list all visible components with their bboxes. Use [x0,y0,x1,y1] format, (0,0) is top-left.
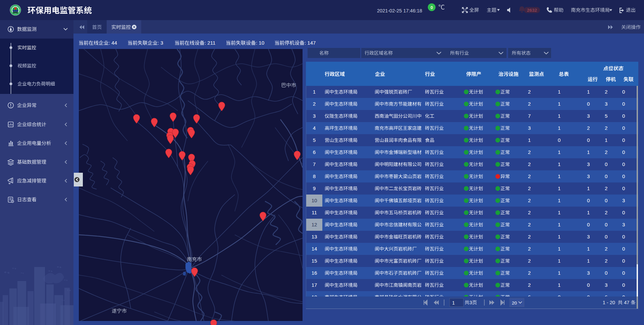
svg-text:1: 1 [558,149,560,155]
svg-text:0: 0 [622,258,625,264]
svg-text:6: 6 [605,294,607,300]
svg-text:1: 1 [558,198,560,203]
svg-text:1: 1 [558,113,560,119]
svg-text:: 10: : 10 [256,40,264,46]
svg-text:8: 8 [313,173,316,179]
svg-text:2: 2 [528,173,531,179]
svg-text:1: 1 [313,89,316,95]
svg-text:0: 0 [622,173,625,179]
svg-text:0: 0 [622,149,625,155]
svg-text:: 147: : 147 [305,40,316,46]
svg-text:2: 2 [528,270,531,276]
svg-text:0: 0 [622,234,625,239]
svg-text:2: 2 [528,101,531,107]
svg-text:1: 1 [587,210,590,215]
svg-text:1: 1 [452,300,455,306]
svg-text:0: 0 [587,282,590,288]
svg-text:2: 2 [528,282,531,288]
svg-text:0: 0 [605,198,607,203]
svg-text:15: 15 [312,258,317,264]
svg-text:2021-02-25 17:46:18: 2021-02-25 17:46:18 [377,8,422,13]
svg-text:16: 16 [312,270,317,276]
svg-text:0: 0 [622,210,625,215]
svg-text:20: 20 [512,301,517,306]
svg-text:7: 7 [528,113,531,119]
svg-text:2: 2 [528,198,531,203]
svg-text:17: 17 [312,282,317,288]
svg-text:5: 5 [313,137,316,143]
svg-text:2: 2 [528,149,531,155]
svg-text:11: 11 [312,210,317,215]
svg-text:3: 3 [587,161,590,167]
svg-text:0: 0 [622,113,625,119]
svg-text:0: 0 [622,185,625,191]
svg-text:47: 47 [624,300,629,305]
svg-text:4: 4 [313,125,316,131]
svg-text:1: 1 [558,258,560,264]
svg-text:2: 2 [605,185,607,191]
svg-text:3: 3 [313,113,316,119]
svg-text:18: 18 [312,294,317,300]
svg-text:7: 7 [313,161,316,167]
svg-text:2: 2 [528,185,531,191]
svg-text:2: 2 [528,161,531,167]
svg-text:1: 1 [558,270,560,276]
svg-text:0: 0 [605,234,607,239]
svg-text:1: 1 [558,234,560,239]
svg-text:2: 2 [587,125,590,131]
svg-text:2: 2 [313,101,316,107]
svg-text:0: 0 [587,222,590,227]
svg-text:3: 3 [470,300,472,305]
svg-text:0: 0 [587,294,590,300]
svg-text:0: 0 [605,222,607,227]
svg-text:0: 0 [558,137,560,143]
svg-text:6: 6 [528,294,531,300]
svg-text:2: 2 [528,246,531,252]
svg-text:: 3: : 3 [158,40,163,46]
svg-text:3: 3 [605,282,607,288]
svg-text:1: 1 [528,137,531,143]
svg-text:: 44: : 44 [109,40,117,46]
svg-text:2: 2 [605,210,607,215]
svg-text:0: 0 [622,270,625,276]
svg-text:0: 0 [430,5,433,10]
svg-text:0: 0 [622,282,625,288]
svg-text:0: 0 [605,161,607,167]
svg-text:9: 9 [313,185,316,191]
svg-text:2: 2 [605,89,607,95]
svg-text:1: 1 [558,173,560,179]
svg-text:1: 1 [587,185,590,191]
svg-text:0: 0 [622,101,625,107]
svg-text:1: 1 [558,246,560,252]
svg-text:1: 1 [558,185,560,191]
svg-text:0: 0 [622,294,625,300]
svg-text:2: 2 [605,149,607,155]
svg-text:0: 0 [622,89,625,95]
svg-text:0: 0 [605,270,607,276]
svg-text:1 - 20: 1 - 20 [603,300,615,305]
svg-text:1: 1 [605,137,607,143]
svg-text:1: 1 [558,222,560,227]
svg-text:1: 1 [558,101,560,107]
svg-text:10: 10 [312,198,317,203]
svg-text:1: 1 [587,246,590,252]
svg-text:2: 2 [605,246,607,252]
svg-text:3: 3 [587,113,590,119]
svg-text:1: 1 [558,89,560,95]
svg-text:5: 5 [605,113,607,119]
svg-text:0: 0 [622,246,625,252]
svg-text:3: 3 [605,101,607,107]
svg-text:0: 0 [558,294,560,300]
svg-text:13: 13 [312,234,317,239]
svg-text:1: 1 [587,89,590,95]
svg-text:2: 2 [528,222,531,227]
svg-text:1: 1 [558,125,560,131]
svg-text:2: 2 [605,258,607,264]
svg-text:14: 14 [312,246,317,252]
svg-text:12: 12 [312,222,317,227]
svg-text:2: 2 [528,89,531,95]
svg-text:2: 2 [528,258,531,264]
svg-text:2: 2 [528,210,531,215]
svg-text:1: 1 [558,210,560,215]
svg-text:3: 3 [587,173,590,179]
